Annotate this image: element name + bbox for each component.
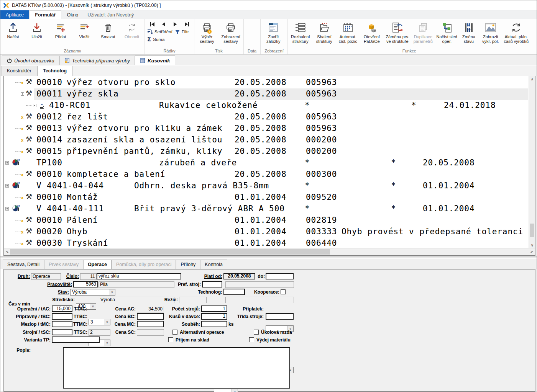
prijem-sklad-dropdown[interactable]: ∨ bbox=[214, 389, 238, 392]
rozbaleni-struktury-button[interactable]: Rozbalení struktury bbox=[289, 20, 312, 44]
strojni-tsc-field[interactable] bbox=[52, 329, 72, 335]
pref-stroj-field[interactable] bbox=[202, 281, 222, 287]
tab-uvodni-obrazovka[interactable]: Úvodní obrazovka bbox=[2, 56, 59, 65]
tree-row-operation[interactable]: x⚒00013výřez otvoru pro kliku a zámek20.… bbox=[4, 123, 528, 134]
automat-cisl-pozic-button[interactable]: Automat. čísl. pozic bbox=[336, 20, 360, 44]
prijem-na-sklad-checkbox[interactable] bbox=[168, 337, 173, 342]
tab-kusovnik[interactable]: Kusovník bbox=[135, 56, 175, 65]
scroll-up-arrow[interactable]: ∧ bbox=[529, 77, 535, 81]
tree-row-operation[interactable]: x⚒00020Ohyb01.01.2004003333Ohyb provést … bbox=[4, 226, 528, 238]
tree-row-part[interactable]: 410-RC01Rukavice celokožené**24.01.2018 bbox=[4, 100, 528, 111]
pocet-stroju-field[interactable]: 1 bbox=[201, 305, 227, 312]
tree-expand-box[interactable] bbox=[5, 161, 9, 165]
smazat-button[interactable]: Smazat bbox=[96, 20, 120, 39]
operacni-tac-field[interactable]: 15,000 bbox=[52, 305, 72, 312]
tree-row-product[interactable]: OPV_4041-40-111Břit pravý 3-děrový ABR A… bbox=[4, 203, 528, 215]
chevron-down-icon[interactable]: ∨ bbox=[104, 340, 110, 346]
zamena-prv-button[interactable]: Záměna prv. ve struktuře bbox=[384, 20, 411, 44]
horizontal-scrollbar[interactable]: < > bbox=[4, 248, 535, 255]
plati-od-field[interactable]: 20.05.2008 bbox=[223, 273, 255, 279]
cena-mc-field[interactable] bbox=[137, 321, 164, 327]
horizontal-scroll-thumb[interactable] bbox=[10, 249, 330, 255]
vertical-scrollbar[interactable]: ∧ ∨ bbox=[529, 76, 535, 248]
aktual-plan-casu-button[interactable]: Aktual. plán. časů výrobků bbox=[503, 20, 530, 44]
pridat-button[interactable]: Přidat bbox=[49, 20, 72, 39]
chevron-down-icon[interactable]: ∨ bbox=[90, 304, 96, 309]
tree-row-operation[interactable]: x⚒00010Montáž01.01.2004009520 bbox=[4, 192, 528, 203]
chevron-down-icon[interactable]: ∨ bbox=[109, 289, 115, 295]
sort-button[interactable]: Setřídění bbox=[147, 29, 172, 34]
tab-technicka-priprava[interactable]: Technická příprava výroby bbox=[59, 56, 135, 65]
zobrazit-vykr-pol-button[interactable]: Zobrazit výkr. pol. bbox=[479, 20, 503, 44]
prev-record-button[interactable] bbox=[159, 21, 169, 28]
tree-row-operation[interactable]: x⚒00010výřez otvoru pro sklo20.05.200800… bbox=[4, 77, 528, 88]
duplikace-parametru-button[interactable]: Duplikace parametrů bbox=[411, 20, 435, 44]
tab-sestava-detail[interactable]: Sestava, Detail bbox=[3, 260, 44, 269]
do-field[interactable] bbox=[266, 273, 294, 279]
technolog-field[interactable] bbox=[223, 289, 245, 295]
tree-row-operation[interactable]: x⚒00010kompletace a balení20.05.20080003… bbox=[4, 169, 528, 180]
kooperace-checkbox[interactable] bbox=[281, 289, 286, 294]
tab-kontrola[interactable]: Kontrola bbox=[200, 260, 227, 269]
first-record-button[interactable] bbox=[147, 21, 157, 28]
pripravny-tbc-field[interactable] bbox=[52, 313, 72, 320]
tree-expand-box[interactable] bbox=[5, 184, 9, 188]
scroll-down-arrow[interactable]: ∨ bbox=[529, 243, 535, 247]
tree-row-operation[interactable]: x⚒00012řez lišt20.05.2008005963 bbox=[4, 111, 528, 123]
cena-bc-field[interactable] bbox=[137, 313, 164, 320]
obnovit-button[interactable]: Obnovit bbox=[120, 20, 144, 39]
kusu-v-davce-field[interactable]: 1 bbox=[201, 313, 227, 320]
sum-button[interactable]: Σ Suma bbox=[147, 36, 164, 43]
vlozit-button[interactable]: Vložit bbox=[72, 20, 96, 39]
menu-tab-okno[interactable]: Okno bbox=[61, 10, 84, 19]
ttac-dropdown[interactable]: 3∨ bbox=[89, 319, 110, 325]
vydej-materialu-checkbox[interactable] bbox=[249, 337, 254, 342]
zobrazeni-sestavy-button[interactable]: Zobrazení sestavy bbox=[219, 20, 243, 44]
pracoviste-cislo-field[interactable]: 5963 bbox=[73, 281, 98, 287]
operace-nazev-field[interactable]: výřez skla bbox=[97, 273, 181, 279]
tree-row-operation[interactable]: x⚒00015připevnění pantů, zámku, kliky20.… bbox=[4, 146, 528, 157]
otevreni-padace-button[interactable]: Otevření PaDaCe bbox=[360, 20, 384, 44]
tree-expand-box[interactable] bbox=[33, 104, 36, 107]
tree-row-operation[interactable]: x⚒00010Pálení01.01.2004002819 bbox=[4, 215, 528, 226]
tab-pomucka-dily[interactable]: Pomůcka, díly pro operaci bbox=[112, 260, 176, 269]
tree-row-product[interactable]: OPV_4041-04-044Odhrn. deska pravá B35-8m… bbox=[4, 180, 528, 192]
trida-stroje-field[interactable] bbox=[266, 313, 294, 320]
nacist-sled-oper-button[interactable]: Načíst sled oper. bbox=[435, 20, 459, 44]
ulozit-button[interactable]: Uložit bbox=[25, 20, 49, 39]
sbaleni-struktury-button[interactable]: Sbalení struktury bbox=[312, 20, 336, 44]
ukolova-mzda-checkbox[interactable] bbox=[254, 330, 259, 335]
soubeh-field[interactable] bbox=[201, 321, 227, 327]
vertical-scroll-thumb[interactable] bbox=[530, 224, 534, 237]
tree-expand-box[interactable] bbox=[5, 207, 9, 211]
filter-button[interactable]: Filtr bbox=[175, 29, 189, 34]
tree-row-operation[interactable]: ⚒00011výřez skla20.05.2008005963 bbox=[4, 88, 528, 100]
tab-konstrukter[interactable]: Konstruktér bbox=[1, 66, 37, 76]
menu-tab-aplikace[interactable]: Aplikace bbox=[0, 10, 29, 19]
varianta-tp-field[interactable] bbox=[52, 336, 100, 343]
chevron-down-icon[interactable]: ∨ bbox=[232, 389, 238, 392]
last-record-button[interactable] bbox=[182, 21, 192, 28]
alternativni-operace-checkbox[interactable] bbox=[172, 330, 177, 335]
nacist-button[interactable]: Načíst bbox=[1, 20, 25, 39]
zmena-stavu-button[interactable]: Změna stavu bbox=[459, 20, 479, 44]
chevron-down-icon[interactable]: ∨ bbox=[104, 319, 110, 325]
popis-textarea[interactable] bbox=[63, 347, 290, 389]
tab-prvek-sestavy[interactable]: Prvek sestavy bbox=[44, 260, 83, 269]
tree-row-operation[interactable]: x⚒00030Tryskání01.01.2004006440 bbox=[4, 238, 528, 248]
vyber-sestavy-button[interactable]: ? Výběr sestavy bbox=[195, 20, 219, 44]
tree-row-operation[interactable]: x⚒00014zasazení skla a osazení lištou20.… bbox=[4, 134, 528, 146]
next-record-button[interactable] bbox=[170, 21, 180, 28]
menu-tab-formular[interactable]: Formulář bbox=[29, 10, 61, 19]
scroll-left-arrow[interactable]: < bbox=[4, 250, 10, 254]
stav-dropdown[interactable]: Výroba∨ bbox=[70, 289, 115, 296]
tab-operace[interactable]: Operace bbox=[83, 260, 112, 269]
tree-expand-box[interactable] bbox=[21, 92, 24, 96]
meziop-tmc-field[interactable] bbox=[52, 321, 72, 327]
tree-row-product[interactable]: OPTP100zárubeň a dveře**20.05.2008 bbox=[4, 157, 528, 169]
zavrit-okno-button[interactable]: Zavřít bbox=[532, 20, 537, 39]
tab-prilohy[interactable]: Přílohy bbox=[176, 260, 200, 269]
tab-technolog[interactable]: Technolog bbox=[37, 66, 72, 76]
zavrit-zalozky-button[interactable]: Zavřít záložky bbox=[261, 20, 285, 44]
scroll-right-arrow[interactable]: > bbox=[529, 250, 535, 254]
